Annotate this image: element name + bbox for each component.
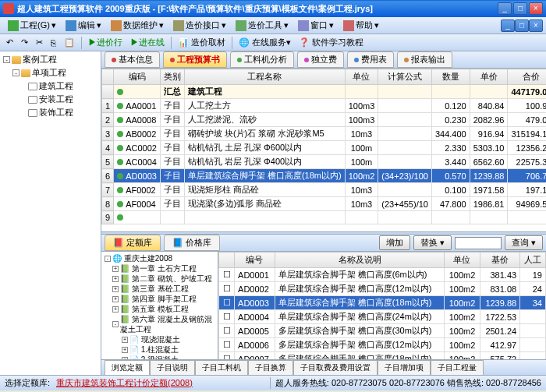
table-row[interactable]: 8AF0004子目现浇梁(多边)弧形 商品砼10m3(23+455)/1047.… bbox=[102, 197, 547, 211]
tree-item-decor[interactable]: 装饰工程 bbox=[2, 106, 99, 119]
child-min-button[interactable]: _ bbox=[501, 19, 515, 32]
col-header[interactable]: 编号 bbox=[235, 253, 275, 268]
table-row[interactable]: 9 bbox=[102, 211, 547, 224]
col-header[interactable]: 类别 bbox=[160, 69, 184, 85]
col-header[interactable]: 合价 bbox=[508, 69, 546, 85]
table-row[interactable]: 7AF0002子目现浇矩形柱 商品砼10m30.1001971.58197.16 bbox=[102, 183, 547, 197]
table-row[interactable]: ☐AD0007多层建筑综合脚手架 檐口高度(18m以内)100m2575.72 bbox=[219, 352, 546, 360]
menu-data[interactable]: 数据维护▾ bbox=[106, 18, 168, 33]
online-service-button[interactable]: 🌐 在线服务▾ bbox=[236, 35, 294, 50]
detail-tab[interactable]: 子目工程量 bbox=[431, 360, 484, 376]
tab-budget[interactable]: 工程预算书 bbox=[163, 51, 227, 68]
btree-chapter[interactable]: +📗 第四章 脚手架工程 bbox=[103, 294, 216, 304]
cut-button[interactable]: ✂ bbox=[33, 36, 46, 49]
col-header[interactable]: 名称及说明 bbox=[275, 253, 445, 268]
copy-button[interactable]: ⎘ bbox=[48, 37, 59, 49]
budget-grid[interactable]: 编码类别工程名称单位计算公式数量单价合价汇总建筑工程447179.091AA00… bbox=[101, 69, 546, 231]
col-header[interactable]: 单位 bbox=[345, 69, 378, 85]
close-button[interactable]: × bbox=[529, 2, 543, 15]
menu-edit[interactable]: 编辑▾ bbox=[61, 18, 106, 33]
btab-price[interactable]: 📘 价格库 bbox=[164, 235, 220, 251]
tab-indep[interactable]: 独立费 bbox=[297, 51, 344, 68]
paste-button[interactable]: 📋 bbox=[61, 36, 78, 49]
collapse-icon[interactable]: - bbox=[12, 69, 20, 76]
price-row-button[interactable]: ▶进价行 bbox=[85, 35, 126, 50]
table-row[interactable]: 1AA0001子目人工挖土方100m30.120840.84100.90 bbox=[102, 99, 547, 113]
col-header[interactable]: 工程名称 bbox=[184, 69, 345, 85]
dot-icon bbox=[404, 58, 409, 62]
maximize-button[interactable]: □ bbox=[513, 2, 527, 15]
col-header[interactable]: 数量 bbox=[431, 69, 470, 85]
window-title: 超人建筑工程预算软件 2009重庆版 - [F:\软件产品\预算软件\重庆预算\… bbox=[17, 3, 498, 15]
table-row[interactable]: 5AC0004子目钻机钻孔 岩层 孔深 Φ400以内100m3.4406562.… bbox=[102, 155, 547, 169]
price-online-button[interactable]: ▶进在线 bbox=[127, 35, 168, 50]
detail-tab[interactable]: 浏览定额 bbox=[105, 360, 150, 376]
table-row[interactable]: 6AD0003子目单层建筑综合脚手架 檐口高度(18m以内)100m2(34+2… bbox=[102, 169, 547, 183]
menu-interface[interactable]: 造价接口▾ bbox=[168, 18, 231, 33]
table-row[interactable]: ☐AD0002单层建筑综合脚手架 檐口高度(12m以内)100m2831.082… bbox=[219, 282, 546, 296]
btree-chapter[interactable]: +📗 第三章 基砼工程 bbox=[103, 284, 216, 294]
btree-chapter[interactable]: -📗 第六章 混凝土及钢筋混凝土工程 bbox=[103, 314, 216, 334]
col-header[interactable] bbox=[219, 253, 235, 268]
tab-basic[interactable]: 基本信息 bbox=[105, 51, 160, 68]
btree-item[interactable]: +📄 现浇混凝土 bbox=[103, 334, 216, 344]
col-header[interactable]: 人工 bbox=[520, 253, 546, 268]
row-icon bbox=[117, 187, 123, 193]
redo-button[interactable]: ↷ bbox=[18, 36, 31, 49]
tab-fee[interactable]: 费用表 bbox=[347, 51, 394, 68]
help-icon bbox=[343, 20, 354, 31]
table-row[interactable]: 2AA0008子目人工挖淤泥、流砂100m30.2302082.96479.08 bbox=[102, 113, 547, 127]
table-row[interactable]: ☐AD0003单层建筑综合脚手架 檐口高度(18m以内)100m21239.88… bbox=[219, 296, 546, 310]
tab-report[interactable]: 报表输出 bbox=[397, 51, 452, 68]
quota-tree[interactable]: -🌐 重庆土建2008+📗 第一章 土石方工程+📗 第二章 砌筑、护坡工程+📗 … bbox=[101, 252, 218, 359]
col-header[interactable]: 编码 bbox=[114, 69, 161, 85]
tree-sub[interactable]: -单项工程 bbox=[2, 66, 99, 79]
collapse-icon[interactable]: - bbox=[3, 56, 10, 63]
col-header[interactable]: 基价 bbox=[480, 253, 520, 268]
detail-tab[interactable]: 子目换算 bbox=[248, 360, 293, 376]
detail-tab[interactable]: 子目增加项 bbox=[378, 360, 431, 376]
query-button[interactable]: 查询 ▾ bbox=[505, 235, 543, 250]
detail-tab[interactable]: 子目工料机 bbox=[195, 360, 248, 376]
col-header[interactable] bbox=[102, 69, 114, 85]
menu-help[interactable]: 帮助▾ bbox=[339, 18, 384, 33]
child-max-button[interactable]: □ bbox=[515, 19, 529, 32]
tree-item-install[interactable]: 安装工程 bbox=[2, 93, 99, 106]
price-material-button[interactable]: 📊 造价取材 bbox=[175, 35, 229, 50]
btree-root[interactable]: -🌐 重庆土建2008 bbox=[103, 253, 216, 263]
col-header[interactable]: 单价 bbox=[470, 69, 508, 85]
add-button[interactable]: 增加 bbox=[379, 235, 410, 250]
detail-tab[interactable]: 子目取费及费用设置 bbox=[293, 360, 378, 376]
btree-chapter[interactable]: +📗 第五章 模板工程 bbox=[103, 304, 216, 314]
table-row[interactable]: 4AC0002子目钻机钻孔 土层 孔深 Φ600以内100m2.3305303.… bbox=[102, 141, 547, 155]
table-row[interactable]: ☐AD0001单层建筑综合脚手架 檐口高度(6m以内)100m2381.4319 bbox=[219, 268, 546, 282]
doc-icon bbox=[28, 83, 37, 90]
menu-tools[interactable]: 造价工具▾ bbox=[231, 18, 293, 33]
btree-chapter[interactable]: +📗 第二章 砌筑、护坡工程 bbox=[103, 274, 216, 284]
table-row[interactable]: 汇总建筑工程447179.09 bbox=[102, 85, 547, 99]
search-input[interactable] bbox=[455, 237, 502, 249]
replace-button[interactable]: 替换 ▾ bbox=[413, 235, 452, 250]
table-row[interactable]: ☐AD0004单层建筑综合脚手架 檐口高度(24m以内)100m21722.53 bbox=[219, 310, 546, 324]
col-header[interactable]: 单位 bbox=[445, 253, 480, 268]
btree-item[interactable]: +📄 1.柱混凝土 bbox=[103, 344, 216, 355]
menu-project[interactable]: 工程(G)▾ bbox=[3, 18, 61, 33]
child-close-button[interactable]: × bbox=[529, 19, 543, 32]
btab-quota[interactable]: 📕 定额库 bbox=[105, 235, 161, 251]
tab-analysis[interactable]: 工料机分析 bbox=[230, 51, 294, 68]
row-icon bbox=[117, 145, 123, 151]
col-header[interactable]: 计算公式 bbox=[378, 69, 432, 85]
table-row[interactable]: ☐AD0005多层建筑综合脚手架 檐口高度(30m以内)100m22501.24 bbox=[219, 324, 546, 338]
table-row[interactable]: 3AB0002子目砌砖护坡 块(片)石 浆砌 水泥砂浆M510m3344.400… bbox=[102, 127, 547, 141]
btree-chapter[interactable]: +📗 第一章 土石方工程 bbox=[103, 263, 216, 274]
tutorial-button[interactable]: ❓ 软件学习教程 bbox=[296, 35, 367, 50]
quota-lib-link[interactable]: 重庆市建筑装饰工程计价定额(2008) bbox=[56, 377, 193, 389]
table-row[interactable]: ☐AD0006多层建筑综合脚手架 檐口高度(12m以内)100m2412.97 bbox=[219, 338, 546, 352]
minimize-button[interactable]: _ bbox=[498, 2, 512, 15]
tree-root[interactable]: -案例工程 bbox=[2, 53, 99, 66]
quota-grid[interactable]: 编号名称及说明单位基价人工☐AD0001单层建筑综合脚手架 檐口高度(6m以内)… bbox=[218, 252, 546, 359]
menu-window[interactable]: 窗口▾ bbox=[293, 18, 339, 33]
undo-button[interactable]: ↶ bbox=[3, 36, 16, 49]
detail-tab[interactable]: 子目说明 bbox=[150, 360, 195, 376]
tree-item-building[interactable]: 建筑工程 bbox=[2, 79, 99, 93]
